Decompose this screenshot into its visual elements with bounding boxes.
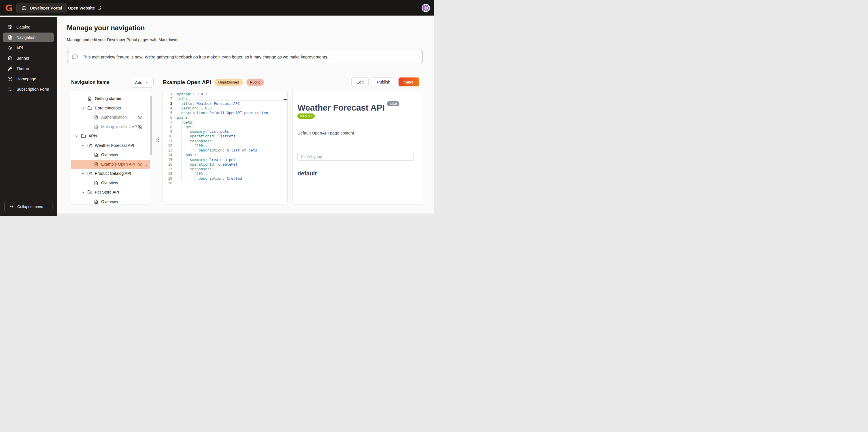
collapse-menu-button[interactable]: Collapse menu <box>4 201 53 212</box>
user-avatar[interactable] <box>422 4 430 12</box>
chevron-down-icon[interactable] <box>75 134 79 138</box>
tree-item-overview[interactable]: Overview <box>71 150 150 159</box>
code-line-13[interactable]: 13description: A list of pets <box>163 148 287 153</box>
page-subtitle: Manage and edit your Developer Portal pa… <box>67 37 177 42</box>
tree-item-label: Overview <box>101 150 118 159</box>
code-line-9[interactable]: 9summary: List pets <box>163 129 287 134</box>
api-folder-icon <box>87 190 92 195</box>
line-number: 13 <box>163 148 172 153</box>
kebab-menu-icon[interactable] <box>144 162 148 167</box>
code-line-2[interactable]: 2info: <box>163 96 287 101</box>
sidebar-item-banner[interactable]: Banner <box>3 53 54 63</box>
code-line-4[interactable]: 4version: 1.0.0 <box>163 106 287 110</box>
eye-off-icon[interactable] <box>137 115 142 120</box>
tree-item-overview[interactable]: Overview <box>71 178 150 188</box>
edit-button[interactable]: Edit <box>351 77 369 87</box>
open-website-link[interactable]: Open Website <box>68 0 101 16</box>
tree-item-label: Weather Forecast API <box>95 141 134 150</box>
eye-off-icon[interactable] <box>137 162 142 167</box>
line-content: description: Created <box>177 176 242 181</box>
line-content: '201': <box>177 171 207 176</box>
chat-bubble-icon <box>7 56 13 61</box>
code-line-8[interactable]: 8get: <box>163 125 287 129</box>
line-number: 12 <box>163 143 172 148</box>
code-line-10[interactable]: 10operationId: listPets <box>163 134 287 138</box>
tree-item-weather-forecast-api[interactable]: Weather Forecast API <box>71 141 150 150</box>
tree-item-example-open-api[interactable]: Example Open API <box>71 160 150 169</box>
tree-item-overview[interactable]: Overview <box>71 197 150 205</box>
folder-icon <box>81 134 86 138</box>
panel-divider <box>158 90 158 204</box>
eye-off-icon[interactable] <box>137 125 142 129</box>
tree-item-authentication[interactable]: Authentication <box>71 113 150 122</box>
code-line-18[interactable]: 18'201': <box>163 171 287 176</box>
line-content: title: Weather Forecast API <box>177 101 240 106</box>
api-folder-icon <box>87 171 92 176</box>
code-line-15[interactable]: 15summary: Create a pet <box>163 157 287 162</box>
code-line-16[interactable]: 16operationId: createPet <box>163 162 287 167</box>
line-content: operationId: createPet <box>177 162 238 167</box>
sidebar-item-api[interactable]: API <box>3 43 54 53</box>
page-icon <box>94 115 98 120</box>
tree-scrollbar[interactable] <box>150 96 152 155</box>
line-number: 2 <box>163 96 172 101</box>
code-line-17[interactable]: 17responses: <box>163 166 287 171</box>
sidebar-item-subscription-form[interactable]: Subscription Form <box>3 85 54 94</box>
tree-item-label: APIs <box>89 132 97 140</box>
line-content: description: A list of pets <box>177 148 257 153</box>
resize-handle-icon[interactable] <box>156 137 160 142</box>
code-line-7[interactable]: 7/pets: <box>163 120 287 125</box>
add-label: Add <box>135 80 143 85</box>
line-content: responses: <box>177 138 212 143</box>
editor-header: Example Open API Unpublished Public <box>162 78 264 87</box>
collapse-icon <box>9 204 13 209</box>
globe-icon <box>21 5 27 11</box>
gravitee-logo-icon: G <box>3 3 14 13</box>
api-preview-panel: Weather Forecast API1.0.0 OAS 3.0 Defaul… <box>292 90 423 204</box>
preview-api-title: Weather Forecast API1.0.0 <box>298 103 399 112</box>
openapi-code-editor[interactable]: 1openapi: 3.0.32info:3title: Weather For… <box>162 90 288 204</box>
page-icon <box>94 180 98 186</box>
code-line-19[interactable]: 19description: Created <box>163 176 287 181</box>
line-number: 20 <box>163 180 172 186</box>
chevron-down-icon[interactable] <box>81 106 85 110</box>
folder-icon <box>87 106 92 110</box>
tree-item-core-concepts[interactable]: Core concepts <box>71 104 150 112</box>
version-badge: 1.0.0 <box>387 101 399 106</box>
tree-item-apis[interactable]: APIs <box>71 132 150 140</box>
sidebar-item-navigation[interactable]: Navigation <box>3 33 54 42</box>
eyedropper-icon <box>7 66 13 71</box>
open-website-label: Open Website <box>68 6 95 10</box>
tree-item-making-your-first-ap[interactable]: Making your first AP… <box>71 123 150 131</box>
line-number: 9 <box>163 129 172 134</box>
sidebar-item-label: API <box>17 45 23 50</box>
add-button[interactable]: Add <box>131 78 154 88</box>
code-line-6[interactable]: 6paths: <box>163 115 287 120</box>
chevron-down-icon[interactable] <box>81 143 85 148</box>
tree-item-product-catalog-api[interactable]: Product Catalog API <box>71 169 150 178</box>
code-line-1[interactable]: 1openapi: 3.0.3 <box>163 92 287 97</box>
code-line-12[interactable]: 12'200': <box>163 143 287 148</box>
tree-item-getting-started[interactable]: Getting started <box>71 94 150 103</box>
sidebar-item-theme[interactable]: Theme <box>3 64 54 73</box>
unpublished-badge: Unpublished <box>214 79 243 86</box>
code-line-11[interactable]: 11responses: <box>163 138 287 143</box>
code-line-20[interactable]: 20 <box>163 180 287 186</box>
code-line-3[interactable]: 3title: Weather Forecast API <box>163 101 287 106</box>
line-content: paths: <box>177 115 190 120</box>
sidebar-item-label: Homepage <box>17 77 36 81</box>
code-line-5[interactable]: 5description: Default OpenAPI page conte… <box>163 110 287 115</box>
code-line-14[interactable]: 14post: <box>163 152 287 157</box>
sidebar-item-catalog[interactable]: Catalog <box>3 22 54 32</box>
line-number: 3 <box>163 101 172 106</box>
chevron-down-icon[interactable] <box>81 190 85 194</box>
chevron-down-icon[interactable] <box>81 171 85 176</box>
document-icon <box>7 35 13 40</box>
developer-portal-button[interactable]: Developer Portal <box>17 3 67 13</box>
sidebar-item-homepage[interactable]: Homepage <box>3 74 54 84</box>
publish-button[interactable]: Publish <box>372 77 395 87</box>
save-button[interactable]: Save <box>399 77 419 87</box>
filter-by-tag-input[interactable] <box>298 153 413 161</box>
tree-item-pet-store-api[interactable]: Pet Store API <box>71 188 150 197</box>
tree-item-label: Core concepts <box>95 104 121 112</box>
